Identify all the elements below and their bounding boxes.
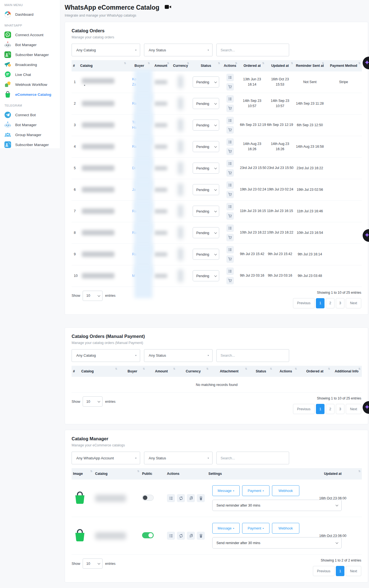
pagination-page-2[interactable]: 2	[326, 404, 334, 414]
manual-catalog-filter[interactable]: Any Catalog▾	[72, 349, 140, 362]
status-select[interactable]: Pending	[193, 120, 219, 131]
status-select[interactable]: Pending	[193, 270, 219, 281]
catalog-delete-button[interactable]	[197, 494, 205, 502]
orders-page-size-select[interactable]: 10	[83, 291, 103, 301]
order-details-button[interactable]	[226, 267, 234, 275]
payment-settings-button[interactable]: Payment▸	[242, 485, 269, 496]
order-details-button[interactable]	[226, 117, 234, 124]
column-header-public[interactable]: Public	[141, 468, 166, 480]
column-header-amount[interactable]: Amount⇅	[146, 366, 177, 377]
pagination-next[interactable]: Next	[346, 566, 361, 576]
column-header-[interactable]: #	[72, 60, 79, 71]
manual-search-input[interactable]	[216, 349, 289, 362]
buyer-link[interactable]: Ra	[129, 101, 150, 106]
buyer-link[interactable]: ToHa	[129, 120, 150, 130]
pagination-previous[interactable]: Previous	[293, 404, 315, 414]
column-header-currency[interactable]: Currency⇅	[177, 366, 210, 377]
order-details-button[interactable]	[226, 95, 234, 103]
column-header-settings[interactable]: Settings	[207, 468, 304, 480]
order-details-button[interactable]	[226, 224, 234, 232]
status-select[interactable]: Pending	[193, 98, 219, 109]
webhook-settings-button[interactable]: Webhook	[272, 523, 299, 534]
sidebar-item-connect-bot[interactable]: Connect Bot	[0, 110, 60, 120]
column-header-[interactable]: #	[72, 366, 80, 377]
sidebar-item-group-manager[interactable]: Group Manager	[0, 130, 60, 140]
message-settings-button[interactable]: Message▸	[212, 485, 240, 496]
pagination-previous[interactable]: Previous	[293, 298, 315, 308]
buyer-link[interactable]: Di	[129, 166, 150, 171]
manager-page-size-select[interactable]: 10	[83, 558, 103, 569]
sidebar-item-connect-account[interactable]: Connect Account	[0, 30, 60, 40]
status-select[interactable]: Pending	[193, 249, 219, 260]
buyer-link[interactable]: M	[129, 273, 150, 279]
column-header-buyer[interactable]: Buyer⇅	[119, 366, 146, 377]
sidebar-item-dashboard[interactable]: Dashboard	[0, 9, 60, 19]
column-header-actions[interactable]: Actions⇅	[273, 366, 298, 377]
pagination-page-3[interactable]: 3	[336, 404, 344, 414]
sidebar-item-ecommerce-catalog[interactable]: eCommerce Catalog	[0, 89, 60, 99]
pagination-next[interactable]: Next	[346, 298, 361, 308]
column-header-reminder-sent-at[interactable]: Reminder Sent at⇅	[294, 60, 325, 71]
buyer-link[interactable]: Ja	[129, 187, 150, 192]
catalog-details-button[interactable]	[167, 532, 175, 540]
reminder-select[interactable]: Send reminder after 30 mins	[212, 500, 342, 511]
order-details-button[interactable]	[226, 203, 234, 210]
manager-status-filter[interactable]: Any Status▾	[144, 452, 213, 464]
order-cart-button[interactable]	[226, 83, 234, 91]
manual-page-size-select[interactable]: 10	[83, 396, 103, 407]
sidebar-item-subscriber-manager[interactable]: Subscriber Manager	[0, 140, 60, 148]
order-cart-button[interactable]	[226, 255, 234, 263]
manager-account-filter[interactable]: Any WhatsApp Account▾	[72, 452, 140, 464]
order-details-button[interactable]	[226, 160, 234, 167]
column-header-updated-at[interactable]: Updated at⇅	[304, 468, 362, 480]
catalog-sync-button[interactable]	[177, 494, 185, 502]
buyer-link[interactable]: Ra	[129, 209, 150, 214]
order-cart-button[interactable]	[226, 191, 234, 198]
column-header-actions[interactable]: Actions	[166, 468, 207, 480]
column-header-additional-info[interactable]: Additional Info⇅	[331, 366, 362, 377]
order-details-button[interactable]	[226, 181, 234, 189]
column-header-image[interactable]: Image⇅	[72, 468, 94, 480]
buyer-link[interactable]: Ra	[129, 230, 150, 235]
order-cart-button[interactable]	[226, 212, 234, 220]
orders-search-input[interactable]	[216, 44, 289, 56]
buyer-link[interactable]: KoZa	[129, 77, 150, 87]
buyer-link[interactable]: Ra	[129, 252, 150, 257]
reminder-select[interactable]: Send reminder after 30 mins	[212, 537, 342, 549]
status-select[interactable]: Pending	[193, 227, 219, 238]
order-details-button[interactable]	[226, 246, 234, 253]
orders-catalog-filter[interactable]: Any Catalog▾	[72, 44, 140, 56]
order-details-button[interactable]	[226, 74, 234, 81]
column-header-amount[interactable]: Amount⇅	[151, 60, 171, 71]
column-header-ordered-at[interactable]: Ordered at⇅	[239, 60, 266, 71]
column-header-ordered-at[interactable]: Ordered at⇅	[298, 366, 331, 377]
sidebar-item-subscriber-manager[interactable]: Subscriber Manager	[0, 50, 60, 60]
pagination-previous[interactable]: Previous	[313, 566, 335, 576]
column-header-currency[interactable]: Currency⇅	[171, 60, 190, 71]
status-select[interactable]: Pending	[193, 141, 219, 152]
order-cart-button[interactable]	[226, 126, 234, 134]
order-cart-button[interactable]	[226, 148, 234, 155]
pagination-page-1[interactable]: 1	[316, 298, 324, 308]
column-header-catalog[interactable]: Catalog⇅	[94, 468, 141, 480]
manual-status-filter[interactable]: Any Status▾	[144, 349, 213, 362]
payment-settings-button[interactable]: Payment▸	[242, 523, 269, 534]
column-header-buyer[interactable]: Buyer⇅	[127, 60, 151, 71]
webhook-settings-button[interactable]: Webhook	[272, 485, 299, 496]
sidebar-item-live-chat[interactable]: Live Chat	[0, 70, 60, 80]
catalog-sync-button[interactable]	[177, 532, 185, 540]
sidebar-item-broadcasting[interactable]: 1Broadcasting	[0, 60, 60, 70]
column-header-status[interactable]: Status⇅	[190, 60, 221, 71]
status-select[interactable]: Pending	[193, 184, 219, 195]
pagination-page-2[interactable]: 2	[326, 298, 334, 308]
order-cart-button[interactable]	[226, 277, 234, 284]
column-header-attachment[interactable]: Attachment⇅	[210, 366, 248, 377]
catalog-duplicate-button[interactable]	[187, 494, 195, 502]
public-toggle[interactable]	[142, 532, 154, 538]
column-header-updated-at[interactable]: Updated at⇅	[266, 60, 294, 71]
catalog-delete-button[interactable]	[197, 532, 205, 540]
order-cart-button[interactable]	[226, 234, 234, 241]
order-cart-button[interactable]	[226, 105, 234, 112]
manager-search-input[interactable]	[216, 452, 289, 464]
orders-status-filter[interactable]: Any Status▾	[144, 44, 213, 56]
